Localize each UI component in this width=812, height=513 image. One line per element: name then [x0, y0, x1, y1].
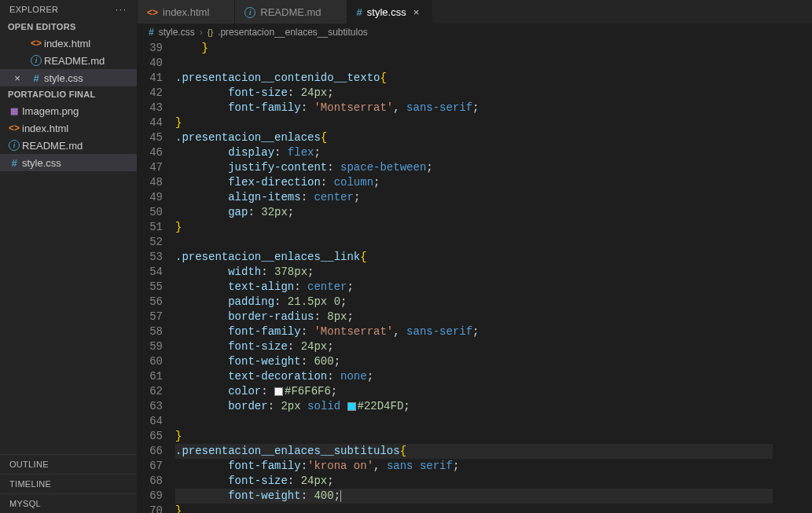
open-editors-list: ×<>index.html×iREADME.md×#style.css — [0, 35, 137, 86]
tab-label: README.md — [260, 6, 321, 18]
code-line[interactable]: border-radius: 8px; — [175, 310, 773, 324]
info-icon: i — [244, 7, 255, 18]
open-editors-title[interactable]: OPEN EDITORS — [0, 19, 137, 35]
open-editor-item[interactable]: ×iREADME.md — [0, 52, 137, 69]
file-label: index.html — [22, 123, 68, 134]
file-label: README.md — [44, 55, 105, 67]
html-icon: <> — [9, 123, 20, 134]
cursor — [340, 490, 341, 502]
color-swatch — [274, 387, 283, 396]
tab-bar: <>index.html×iREADME.md×#style.css× — [138, 0, 812, 24]
file-label: style.css — [44, 72, 83, 84]
file-label: index.html — [44, 38, 90, 49]
info-icon: i — [31, 55, 42, 66]
code-line[interactable]: font-family:'krona on', sans serif; — [175, 459, 773, 474]
breadcrumb-file[interactable]: style.css — [159, 27, 195, 38]
code-line[interactable]: display: flex; — [175, 145, 773, 160]
code-line[interactable]: gap: 32px; — [175, 205, 773, 220]
code-line[interactable]: padding: 21.5px 0; — [175, 295, 773, 310]
chevron-right-icon: › — [200, 27, 203, 38]
minimap[interactable] — [773, 41, 812, 513]
html-icon: <> — [147, 7, 158, 18]
tab-style-css[interactable]: #style.css× — [347, 0, 432, 24]
breadcrumb-symbol[interactable]: .presentacion__enlaces__subtitulos — [218, 27, 368, 38]
code-line[interactable]: font-weight: 400; — [175, 489, 773, 504]
explorer-header: EXPLORER ··· — [0, 0, 137, 19]
open-editor-item[interactable]: ×<>index.html — [0, 35, 137, 52]
code-line[interactable]: font-size: 24px; — [175, 86, 773, 101]
image-icon: ▦ — [10, 106, 18, 116]
folder-files-list: ▦Imagem.png<>index.htmliREADME.md#style.… — [0, 102, 137, 171]
file-label: Imagem.png — [22, 105, 79, 117]
folder-file-item[interactable]: #style.css — [0, 154, 137, 171]
code-line[interactable]: } — [175, 220, 773, 235]
hash-icon: # — [33, 72, 39, 84]
code-line[interactable]: text-align: center; — [175, 280, 773, 295]
code-content[interactable]: } .presentacion__contenido__texto{ font-… — [175, 41, 773, 513]
code-line[interactable]: } — [175, 41, 773, 56]
file-label: README.md — [22, 140, 83, 152]
panel-mysql[interactable]: MYSQL — [0, 493, 137, 513]
open-editor-item[interactable]: ×#style.css — [0, 69, 137, 86]
html-icon: <> — [31, 38, 42, 49]
explorer-more-icon[interactable]: ··· — [116, 5, 127, 14]
code-line[interactable]: font-family: 'Montserrat', sans-serif; — [175, 101, 773, 115]
code-line[interactable]: border: 2px solid #22D4FD; — [175, 399, 773, 414]
code-line[interactable]: .presentacion__enlaces{ — [175, 130, 773, 145]
code-line[interactable]: justify-content: space-between; — [175, 160, 773, 175]
line-gutter: 3940414243444546474849505152535455565758… — [138, 41, 175, 513]
file-label: style.css — [22, 157, 61, 169]
color-swatch — [347, 402, 356, 411]
close-icon[interactable]: × — [6, 72, 28, 84]
hash-icon: # — [149, 27, 154, 38]
code-line[interactable]: .presentacion__enlaces__subtitulos{ — [175, 444, 773, 459]
code-line[interactable] — [175, 414, 773, 429]
code-line[interactable]: } — [175, 504, 773, 513]
code-line[interactable]: font-size: 24px; — [175, 474, 773, 489]
code-line[interactable]: } — [175, 429, 773, 444]
close-icon[interactable]: × — [411, 6, 422, 18]
info-icon: i — [9, 140, 20, 151]
explorer-title: EXPLORER — [9, 5, 58, 14]
tab-README-md[interactable]: iREADME.md× — [235, 0, 347, 24]
code-line[interactable]: flex-direction: column; — [175, 175, 773, 190]
code-line[interactable]: .presentacion__enlaces__link{ — [175, 250, 773, 265]
code-line[interactable] — [175, 56, 773, 71]
code-editor[interactable]: 3940414243444546474849505152535455565758… — [138, 41, 812, 513]
panel-outline[interactable]: OUTLINE — [0, 454, 137, 474]
tab-index-html[interactable]: <>index.html× — [138, 0, 235, 24]
breadcrumb[interactable]: # style.css › {} .presentacion__enlaces_… — [138, 24, 812, 41]
folder-title[interactable]: PORTAFOLIO FINAL — [0, 86, 137, 102]
hash-icon: # — [11, 157, 17, 169]
tab-label: style.css — [367, 6, 406, 18]
folder-file-item[interactable]: iREADME.md — [0, 137, 137, 154]
code-line[interactable]: font-family: 'Montserrat', sans-serif; — [175, 324, 773, 339]
code-line[interactable]: align-items: center; — [175, 190, 773, 205]
code-line[interactable] — [175, 235, 773, 250]
brackets-icon: {} — [208, 27, 213, 37]
sidebar: EXPLORER ··· OPEN EDITORS ×<>index.html×… — [0, 0, 138, 513]
code-line[interactable]: color: #F6F6F6; — [175, 384, 773, 399]
code-line[interactable]: .presentacion__contenido__texto{ — [175, 71, 773, 86]
folder-file-item[interactable]: <>index.html — [0, 119, 137, 137]
tab-label: index.html — [163, 6, 209, 18]
hash-icon: # — [357, 6, 362, 18]
panel-timeline[interactable]: TIMELINE — [0, 474, 137, 493]
editor-main: <>index.html×iREADME.md×#style.css× # st… — [138, 0, 812, 513]
code-line[interactable]: font-weight: 600; — [175, 354, 773, 369]
code-line[interactable]: } — [175, 115, 773, 130]
code-line[interactable]: width: 378px; — [175, 265, 773, 280]
folder-file-item[interactable]: ▦Imagem.png — [0, 102, 137, 119]
code-line[interactable]: font-size: 24px; — [175, 339, 773, 354]
code-line[interactable]: text-decoration: none; — [175, 369, 773, 384]
